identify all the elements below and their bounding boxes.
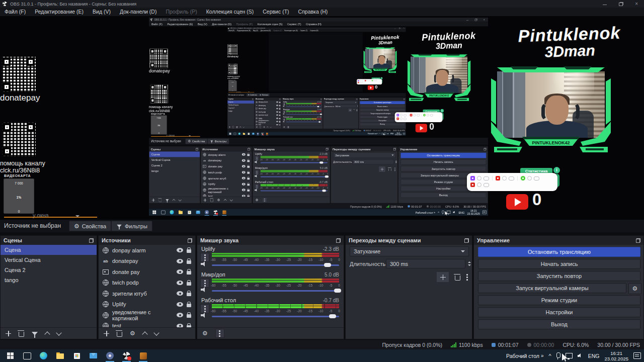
app-button[interactable] [135, 349, 151, 362]
task-view-button[interactable] [19, 349, 35, 362]
remove-scene-button[interactable] [19, 332, 24, 337]
add-source-button[interactable] [104, 331, 109, 336]
mixer-toolbar: ⚙ [282, 125, 323, 129]
start-recording-button[interactable]: Начать запись [478, 259, 640, 269]
dropped-frames-status: Пропуск кадров 0 (0.0%) [382, 342, 442, 348]
mixer-panel-header[interactable]: Микшер звука [197, 236, 344, 245]
source-properties-button[interactable]: ⚙ [130, 330, 135, 336]
move-source-up-button[interactable] [142, 331, 147, 337]
menu-help[interactable]: Справка (H) [294, 8, 333, 16]
visibility-icon[interactable] [177, 259, 183, 263]
source-item[interactable]: twich podp [99, 278, 195, 289]
store-button[interactable] [68, 349, 85, 362]
transition-select[interactable]: Затухание [350, 246, 469, 256]
controls-panel-header[interactable]: Управление [474, 236, 643, 245]
toolbar-expand-icon[interactable]: » [541, 353, 544, 358]
menu-tools[interactable]: Сервис (T) [258, 8, 293, 16]
language-indicator[interactable]: ENG [588, 353, 600, 359]
menu-profile[interactable]: Профиль (P) [161, 8, 201, 16]
scene-preview-canvas[interactable]: donatepay помощь каналу clck.ru/36N8i8 В… [0, 16, 644, 220]
lock-icon[interactable] [187, 314, 191, 318]
remove-transition-button[interactable] [455, 276, 460, 281]
minimize-button[interactable] [603, 2, 608, 6]
mixer-channel-menu-button[interactable] [200, 304, 209, 313]
scene-filters-button[interactable] [32, 332, 38, 335]
studio-mode-button[interactable]: Режим студии [478, 295, 640, 305]
lock-icon[interactable] [187, 304, 191, 307]
source-item[interactable]: donpay alarm [99, 245, 195, 256]
visibility-icon[interactable] [177, 313, 183, 317]
source-item[interactable]: ab donatepay [99, 256, 195, 267]
sources-panel-header[interactable]: Источники [99, 236, 195, 245]
menu-docks[interactable]: Док-панели (D) [115, 8, 161, 16]
scale-tick: -20 [305, 187, 308, 189]
mixer-channel-menu-button[interactable] [200, 279, 209, 288]
lock-icon[interactable] [187, 260, 191, 264]
microphone-tray-icon[interactable] [556, 352, 560, 358]
scene-item[interactable]: Vertical Сцена [1, 255, 97, 265]
move-scene-up-button[interactable] [44, 331, 50, 337]
volume-tray-icon[interactable] [578, 353, 583, 358]
lock-icon[interactable] [187, 293, 191, 296]
start-virtual-camera-button[interactable]: Запуск виртуальной камеры [478, 283, 626, 293]
add-scene-button[interactable] [6, 331, 11, 336]
edge-button[interactable] [35, 349, 52, 362]
exit-button[interactable]: Выход [478, 319, 640, 329]
tray-expand-button[interactable]: ^ [549, 353, 551, 359]
media-app-button[interactable] [102, 349, 118, 362]
gpu-gauge-min: 0 [228, 90, 236, 91]
move-scene-down-button[interactable] [56, 330, 61, 335]
lock-icon[interactable] [187, 249, 191, 253]
title-bar[interactable]: OBS 31.0.1 - Профиль: Без названия - Сце… [0, 0, 644, 8]
visibility-icon[interactable] [177, 281, 183, 285]
scene-item[interactable]: Сцена 2 [1, 265, 97, 275]
lock-icon[interactable] [187, 282, 191, 286]
mixer-channel-menu-button[interactable] [200, 253, 209, 262]
source-item[interactable]: зрители ютуб [99, 288, 195, 299]
source-item[interactable]: уведомление с картинкой [99, 310, 195, 321]
obs-taskbar-button[interactable] [118, 349, 135, 362]
duration-spinner[interactable] [466, 259, 472, 268]
add-transition-button[interactable] [437, 272, 449, 282]
action-center-icon[interactable] [633, 352, 641, 359]
settings-button[interactable]: Настройки [478, 307, 640, 317]
remove-source-button[interactable] [117, 332, 122, 337]
virtual-camera-settings-button[interactable]: ⚙ [628, 283, 641, 294]
source-item[interactable]: Uplify [99, 299, 195, 310]
source-item[interactable]: donate pay [99, 266, 195, 278]
volume-slider[interactable] [212, 288, 339, 293]
taskbar-clock[interactable]: 16:21 23.02.2025 [604, 350, 628, 361]
visibility-icon[interactable] [177, 302, 183, 307]
advanced-audio-button[interactable]: ⚙ [202, 330, 208, 336]
menu-edit[interactable]: Редактирование (E) [30, 8, 88, 16]
volume-slider[interactable] [212, 262, 339, 267]
move-source-down-button[interactable] [153, 330, 159, 335]
mixer-menu-button[interactable] [215, 329, 224, 338]
menu-view[interactable]: Вид (V) [88, 8, 115, 16]
close-button[interactable]: × [635, 2, 638, 6]
menu-file[interactable]: Файл (F) [0, 8, 30, 16]
visibility-icon[interactable] [177, 291, 183, 296]
start-button[interactable] [2, 349, 19, 362]
screen-capture-preview[interactable]: OBS 31.0.1 - Профиль: Без названия - Сце… [149, 18, 488, 216]
lock-icon[interactable] [187, 271, 191, 275]
scenes-panel-header[interactable]: Сцены [1, 236, 97, 245]
menu-scene-collection[interactable]: Коллекция сцен (S) [202, 8, 259, 16]
scene-item[interactable]: Сцена [1, 245, 97, 255]
scale-tick: -40 [254, 284, 259, 287]
file-explorer-button[interactable] [52, 349, 68, 362]
restore-button[interactable] [619, 2, 624, 6]
volume-slider[interactable] [212, 314, 339, 319]
scene-item[interactable]: tango [1, 275, 97, 285]
visibility-icon[interactable] [177, 269, 183, 274]
properties-button[interactable]: ⚙ Свойства [69, 221, 111, 231]
start-replay-buffer-button[interactable]: Запустить повтор [478, 271, 640, 281]
stop-streaming-button[interactable]: Остановить трансляцию [478, 247, 640, 257]
transition-menu-button[interactable] [466, 274, 468, 281]
duration-input[interactable]: 300 ms [386, 259, 465, 268]
visibility-icon[interactable] [177, 248, 183, 252]
mail-button[interactable] [85, 349, 102, 362]
desktop-toolbar[interactable]: Рабочий стол » [506, 353, 543, 359]
filters-button[interactable]: Фильтры [111, 221, 152, 231]
transitions-panel-header[interactable]: Переходы между сценами [346, 236, 472, 245]
